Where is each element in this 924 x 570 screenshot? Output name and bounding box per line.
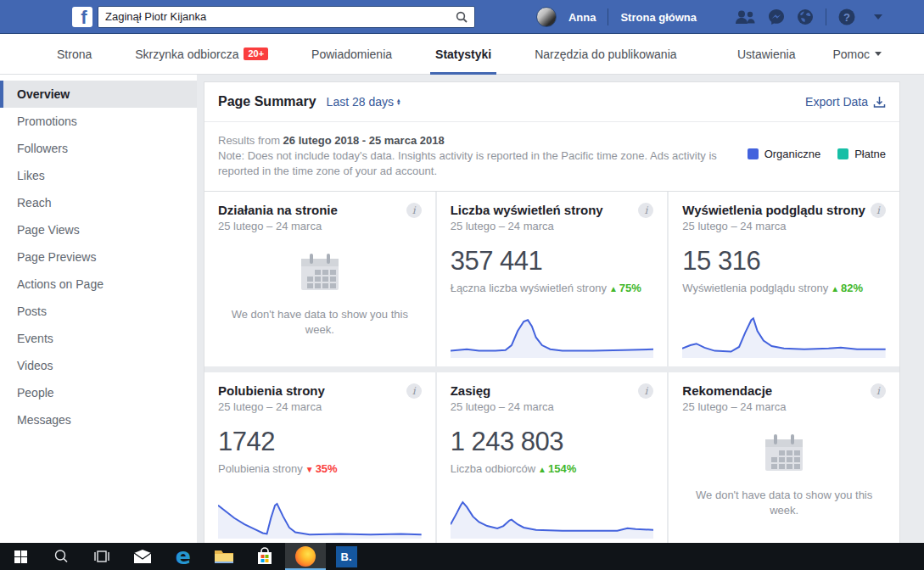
mail-button[interactable] bbox=[122, 543, 163, 570]
messenger-icon[interactable] bbox=[768, 8, 785, 25]
windows-logo-icon bbox=[14, 550, 27, 563]
chart-legend: Organiczne Płatne bbox=[748, 133, 886, 179]
friend-requests-icon[interactable] bbox=[734, 9, 756, 25]
search-box bbox=[98, 6, 475, 28]
tab-skrzynka-odbiorcza[interactable]: Skrzynka odbiorcza20+ bbox=[133, 34, 270, 74]
sidebar-item-reach[interactable]: Reach bbox=[0, 189, 197, 216]
windows-taskbar: e B. bbox=[0, 543, 924, 570]
legend-paid: Płatne bbox=[837, 148, 886, 160]
b-app-icon: B. bbox=[336, 546, 357, 567]
search-icon bbox=[53, 549, 69, 564]
sidebar-item-messages[interactable]: Messages bbox=[0, 406, 197, 433]
sidebar-item-people[interactable]: People bbox=[0, 379, 197, 406]
header-divider bbox=[608, 8, 608, 25]
search-input[interactable] bbox=[98, 10, 449, 23]
info-icon[interactable]: i bbox=[871, 203, 886, 218]
info-icon[interactable]: i bbox=[638, 203, 653, 218]
card-wyswietlenia-podgladu-strony[interactable]: Wyświetlenia podglądu strony 25 lutego –… bbox=[669, 192, 899, 366]
sparkline-chart bbox=[218, 491, 422, 539]
firefox-button[interactable] bbox=[285, 543, 326, 570]
sparkline-chart bbox=[451, 491, 654, 539]
sparkline-chart bbox=[682, 310, 886, 358]
tab-ustawienia[interactable]: Ustawienia bbox=[736, 48, 797, 61]
sidebar-item-actions-on-page[interactable]: Actions on Page bbox=[0, 271, 197, 298]
taskbar-search-button[interactable] bbox=[41, 543, 81, 570]
tab-powiadomienia[interactable]: Powiadomienia bbox=[310, 34, 394, 74]
info-icon[interactable]: i bbox=[406, 383, 422, 399]
inbox-badge: 20+ bbox=[244, 48, 268, 60]
tab-statystyki[interactable]: Statystyki bbox=[434, 34, 493, 74]
sidebar-item-videos[interactable]: Videos bbox=[0, 352, 197, 379]
info-icon[interactable]: i bbox=[406, 203, 422, 218]
delta-badge: 75% bbox=[609, 282, 641, 294]
notifications-globe-icon[interactable] bbox=[797, 8, 814, 25]
sidebar-item-page-views[interactable]: Page Views bbox=[0, 216, 197, 243]
summary-cards-grid: Działania na stronie 25 lutego – 24 marc… bbox=[204, 191, 899, 547]
sidebar-item-posts[interactable]: Posts bbox=[0, 298, 197, 325]
card-dzialania-na-stronie[interactable]: Działania na stronie 25 lutego – 24 marc… bbox=[204, 192, 435, 366]
info-icon[interactable]: i bbox=[871, 383, 886, 399]
sidebar-item-events[interactable]: Events bbox=[0, 325, 197, 352]
organic-swatch bbox=[748, 148, 759, 159]
start-button[interactable] bbox=[0, 543, 41, 570]
sidebar-item-promotions[interactable]: Promotions bbox=[0, 108, 197, 135]
legend-organic: Organiczne bbox=[748, 148, 820, 160]
page-tabs-bar: Strona Skrzynka odbiorcza20+ Powiadomien… bbox=[0, 34, 924, 75]
facebook-header: f Anna Strona główna ? bbox=[0, 0, 924, 34]
card-rekomendacje[interactable]: Rekomendacje 25 lutego – 24 marca i bbox=[669, 372, 899, 547]
metric-value: 1 243 803 bbox=[451, 427, 654, 457]
svg-text:?: ? bbox=[843, 11, 850, 24]
task-view-button[interactable] bbox=[81, 543, 122, 570]
page-summary-title: Page Summary bbox=[218, 94, 316, 109]
metric-value: 1742 bbox=[218, 427, 422, 457]
task-view-icon bbox=[93, 550, 110, 563]
sidebar-item-likes[interactable]: Likes bbox=[0, 162, 197, 189]
home-link[interactable]: Strona główna bbox=[620, 11, 697, 24]
search-icon[interactable] bbox=[449, 7, 474, 27]
delta-badge: 154% bbox=[538, 462, 576, 475]
date-range-selector[interactable]: Last 28 days ▴▾ bbox=[327, 95, 400, 109]
range-sort-caret-icon: ▴▾ bbox=[397, 98, 400, 105]
profile-name-link[interactable]: Anna bbox=[568, 11, 596, 24]
edge-button[interactable]: e bbox=[163, 543, 204, 570]
sparkline-chart bbox=[451, 310, 654, 358]
calendar-icon bbox=[299, 253, 341, 292]
store-icon bbox=[255, 547, 274, 566]
info-icon[interactable]: i bbox=[638, 383, 653, 399]
pomoc-caret-icon bbox=[875, 52, 882, 56]
insights-sidebar: Overview Promotions Followers Likes Reac… bbox=[0, 75, 197, 543]
metric-value: 357 441 bbox=[451, 246, 654, 277]
card-zasieg[interactable]: Zasięg 25 lutego – 24 marca i 1 243 803 … bbox=[437, 372, 668, 547]
download-icon bbox=[873, 96, 886, 109]
mail-icon bbox=[133, 550, 152, 563]
page-summary-panel: Page Summary Last 28 days ▴▾ Export Data… bbox=[204, 81, 900, 556]
tab-pomoc[interactable]: Pomoc bbox=[831, 48, 883, 61]
file-explorer-button[interactable] bbox=[204, 543, 244, 570]
b-app-button[interactable]: B. bbox=[326, 543, 367, 570]
account-menu-caret-icon[interactable] bbox=[874, 14, 882, 20]
results-date-range: 26 lutego 2018 - 25 marca 2018 bbox=[283, 134, 445, 147]
tab-strona[interactable]: Strona bbox=[55, 34, 93, 74]
sidebar-item-overview[interactable]: Overview bbox=[0, 81, 197, 108]
delta-badge: 35% bbox=[305, 462, 338, 475]
sidebar-item-page-previews[interactable]: Page Previews bbox=[0, 243, 197, 271]
help-icon[interactable]: ? bbox=[838, 8, 855, 25]
facebook-logo[interactable]: f bbox=[72, 7, 92, 27]
store-button[interactable] bbox=[244, 543, 285, 570]
calendar-icon bbox=[763, 433, 805, 472]
sidebar-item-followers[interactable]: Followers bbox=[0, 135, 197, 162]
file-explorer-icon bbox=[214, 549, 234, 564]
edge-icon: e bbox=[176, 546, 191, 567]
card-polubienia-strony[interactable]: Polubienia strony 25 lutego – 24 marca i… bbox=[204, 372, 435, 547]
card-liczba-wyswietlen-strony[interactable]: Liczba wyświetleń strony 25 lutego – 24 … bbox=[437, 192, 668, 366]
tab-narzedzia-do-publikowania[interactable]: Narzędzia do publikowania bbox=[533, 34, 678, 74]
firefox-icon bbox=[295, 546, 316, 567]
profile-avatar[interactable] bbox=[536, 7, 557, 27]
metric-value: 15 316 bbox=[682, 246, 886, 277]
header-divider bbox=[826, 8, 826, 25]
paid-swatch bbox=[837, 148, 848, 159]
export-data-button[interactable]: Export Data bbox=[805, 95, 886, 109]
delta-badge: 82% bbox=[831, 282, 863, 294]
results-note: Results from 26 lutego 2018 - 25 marca 2… bbox=[218, 133, 748, 179]
